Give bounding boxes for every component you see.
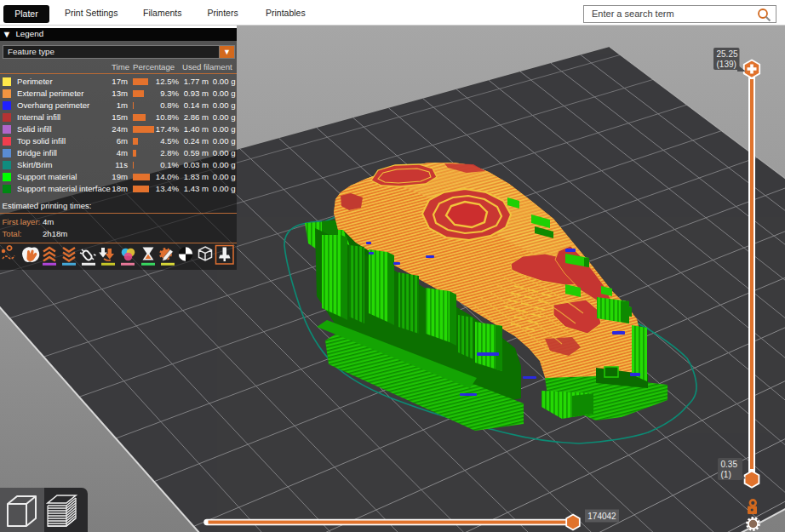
svg-text:25.25: 25.25: [717, 49, 738, 59]
svg-text:174042: 174042: [587, 512, 616, 521]
svg-text:(1): (1): [721, 470, 731, 479]
svg-text:(139): (139): [717, 60, 736, 69]
svg-text:0.35: 0.35: [721, 460, 738, 469]
